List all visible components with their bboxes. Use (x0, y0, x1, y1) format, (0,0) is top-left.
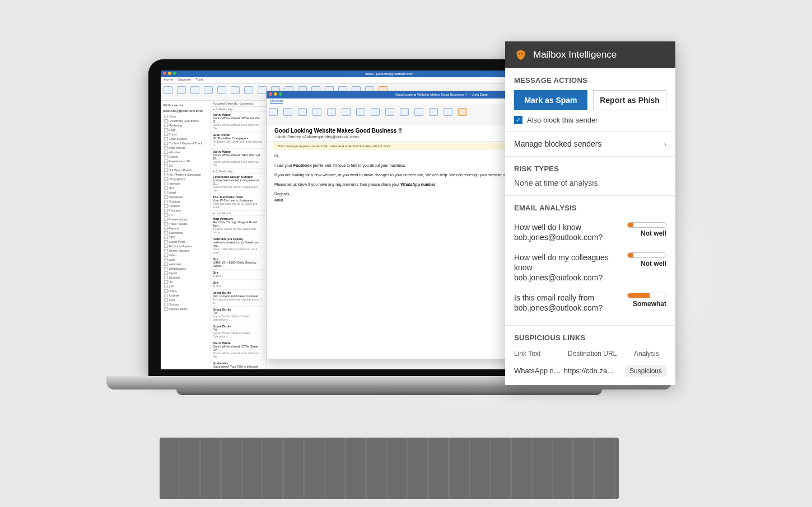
checkbox-checked-icon: ✓ (514, 116, 522, 124)
folder-item[interactable]: UX (163, 280, 208, 284)
folder-item[interactable]: Social Posts (163, 240, 208, 244)
risk-meter (627, 252, 666, 258)
folder-item[interactable]: Content / Keyword Track… (163, 141, 208, 145)
report-as-phish-button[interactable]: Report as Phish (593, 90, 666, 110)
link-url-cell: https://cdn.za... (564, 367, 625, 375)
folder-item[interactable]: Groups (163, 302, 208, 307)
folder-item[interactable]: Zendesk (163, 275, 208, 280)
folder-item[interactable]: Newsletter (163, 195, 208, 199)
message-list-item[interactable]: Danni WhiteDanni White shared "What Are … (211, 112, 267, 132)
message-list-item[interactable]: Experience Design SummitYou've been invi… (211, 174, 267, 194)
folder-item[interactable]: Legal (163, 190, 208, 195)
chevron-right-icon: › (664, 140, 666, 148)
folder-item[interactable]: Events (163, 154, 208, 159)
folder-item[interactable]: Whitepapers (163, 266, 208, 271)
message-list-item[interactable]: Danni WhiteDanni White shared "SEO Plan … (211, 149, 267, 169)
analysis-row: Is this email really frombob.jones@outlo… (514, 293, 666, 313)
folder-item[interactable]: Brand (163, 132, 208, 137)
folder-item[interactable]: Press / Media (163, 222, 208, 226)
message-list-item[interactable]: Julie RishulGH End-User One-pagersHi Jas… (211, 132, 267, 149)
folder-item[interactable]: Freelance – OK (163, 159, 208, 163)
email-analysis-title: EMAIL ANALYSIS (505, 196, 675, 218)
folder-item[interactable]: HubSpot / Pardot (163, 168, 208, 172)
message-list-item[interactable]: Joyce BurkeFW:Joyce Burke Head of Sales … (211, 307, 267, 323)
folder-item[interactable]: Blog (163, 128, 208, 132)
message-list-item[interactable]: Matt PetroskyRe: Click Through Page & Em… (211, 216, 267, 236)
panel-title: Mailbox Intelligence (533, 49, 617, 60)
folder-item[interactable]: Case Studies (163, 137, 208, 141)
folder-item[interactable]: Sent (163, 298, 208, 302)
folder-item[interactable]: Inc. Phishing Campaign (163, 172, 208, 177)
folder-item[interactable]: Video (163, 253, 208, 257)
message-list-item[interactable]: The Justworks TeamYour W-2 is now in Jus… (211, 194, 267, 211)
message-tab[interactable]: Message (270, 99, 283, 104)
folder-item[interactable]: Outgrow (163, 199, 208, 204)
links-table-row[interactable]: WhatsApp nu... https://cdn.za... Suspici… (514, 367, 666, 375)
message-list-item[interactable]: Joyce BurkeFW:Joyce Burke Head of Sales … (211, 323, 267, 340)
link-text-cell: WhatsApp nu... (514, 367, 564, 375)
folder-item[interactable]: Archive (163, 293, 208, 298)
folder-item[interactable]: GreatHorn Quarantine (163, 119, 208, 123)
message-list[interactable]: Focused Other By: Conversa… ▸ 2 Weeks Ag… (211, 101, 267, 369)
folder-item[interactable]: GA (163, 163, 208, 168)
folder-item[interactable]: VIP (163, 284, 208, 289)
folder-item[interactable]: Drafts (163, 289, 208, 293)
block-sender-checkbox[interactable]: ✓ Also block this sender (505, 115, 675, 131)
folder-item[interactable]: Salesforce (163, 231, 208, 235)
folder-item[interactable]: Threat Themes (163, 248, 208, 253)
message-list-item[interactable]: JustworksGood news! Your FSA is effectiv… (211, 360, 267, 369)
risk-meter-label: Not well (641, 229, 666, 237)
message-actions-title: MESSAGE ACTIONS (505, 68, 675, 90)
folder-item[interactable]: Web (163, 257, 208, 262)
risk-meter-label: Not well (641, 260, 666, 267)
folder-item[interactable]: SEO (163, 235, 208, 240)
folder-item[interactable]: Infographics (163, 177, 208, 181)
risk-types-title: RISK TYPES (505, 157, 675, 179)
panel-header: Mailbox Intelligence (505, 41, 675, 68)
svg-point-0 (519, 53, 520, 54)
folder-item[interactable]: Zapier (163, 271, 208, 275)
manage-blocked-senders-link[interactable]: Manage blocked senders › (505, 132, 675, 156)
message-list-item[interactable]: mehrukh (via Zeplin)mehrukh invited you … (211, 236, 267, 256)
analysis-row: How well do I knowbob.jones@outlook.com?… (514, 222, 666, 242)
risk-meter-label: Somewhat (633, 300, 666, 308)
risk-types-value: None at time of analysis. (505, 179, 675, 195)
folder-item[interactable]: Reports (163, 226, 208, 231)
folder-item[interactable]: Podcasts (163, 208, 208, 213)
mailbox-intelligence-panel: Mailbox Intelligence MESSAGE ACTIONS Mar… (505, 41, 675, 385)
folder-item[interactable]: Technical Papers (163, 244, 208, 248)
folder-tree[interactable]: All Accounts jsamoth@greathorn.com Inbox… (161, 101, 211, 369)
folder-item[interactable]: JHJ (163, 186, 208, 190)
risk-meter (627, 222, 666, 228)
folder-item[interactable]: Marketing (163, 123, 208, 128)
folder-item[interactable]: Partners (163, 204, 208, 208)
mark-as-spam-button[interactable]: Mark as Spam (514, 90, 587, 110)
message-window-title: Good Looking Website Makes Good Business… (395, 93, 488, 96)
message-list-item[interactable]: Jira[JIRA] (GH-8100) Daily Security Dige… (211, 256, 267, 270)
risk-meter (627, 293, 666, 298)
message-list-item[interactable]: Jira1/7/21 (211, 280, 267, 290)
folder-item[interactable]: Webinars (163, 262, 208, 266)
message-list-item[interactable]: Danni WhiteDanni White shared "CTAs Shee… (211, 340, 267, 360)
greathorn-icon (458, 108, 468, 121)
links-table-header: Link TextDestination URLAnalysis (514, 350, 666, 358)
folder-item[interactable]: PR (163, 213, 208, 217)
folder-item[interactable]: eGuides (163, 150, 208, 154)
svg-point-1 (521, 53, 522, 54)
analysis-row: How well do my colleagues knowbob.jones@… (514, 252, 666, 283)
folder-item[interactable]: Inbox (163, 114, 208, 119)
window-title: Inbox · jsamoth@greathorn.com (365, 72, 413, 76)
folder-item[interactable]: Intercom (163, 181, 208, 186)
message-list-item[interactable]: Joyce BurkeFW: Current IronScales custom… (211, 290, 267, 307)
suspicious-links-title: SUSPICIOUS LINKS (505, 326, 675, 348)
folder-item[interactable]: Data Sheets (163, 145, 208, 150)
folder-item[interactable]: Presentations (163, 217, 208, 222)
message-list-item[interactable]: Jira1/18/21 (211, 270, 267, 280)
analysis-questions: How well do I knowbob.jones@outlook.com?… (505, 218, 675, 325)
folder-item[interactable]: Deleted Items (163, 307, 208, 311)
link-analysis-tag: Suspicious (625, 365, 666, 377)
logo-icon (514, 48, 528, 62)
